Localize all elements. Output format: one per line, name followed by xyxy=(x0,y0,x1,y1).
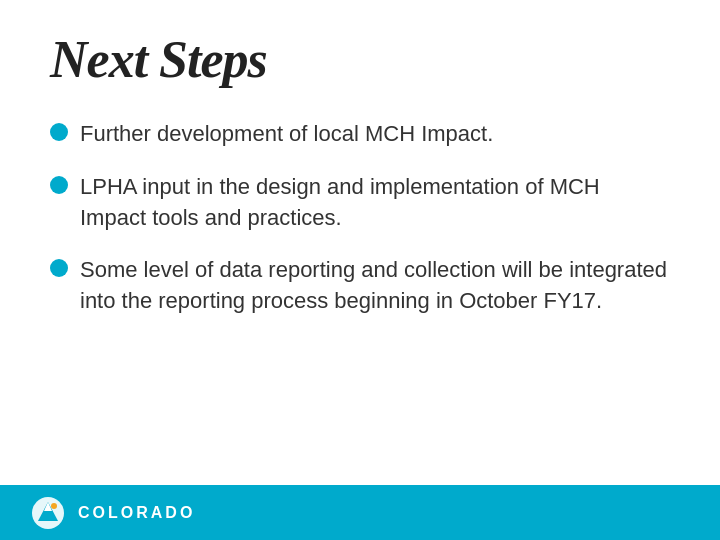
colorado-logo-icon xyxy=(30,495,66,531)
bullet-item-3: Some level of data reporting and collect… xyxy=(50,255,670,317)
main-content: Next Steps Further development of local … xyxy=(0,0,720,485)
bullet-item-1: Further development of local MCH Impact. xyxy=(50,119,670,150)
bullet-list: Further development of local MCH Impact.… xyxy=(50,119,670,317)
footer-bar: COLORADO xyxy=(0,485,720,540)
bullet-text-2: LPHA input in the design and implementat… xyxy=(80,172,670,234)
bullet-dot-2 xyxy=(50,176,68,194)
bullet-text-3: Some level of data reporting and collect… xyxy=(80,255,670,317)
slide-title: Next Steps xyxy=(50,30,670,89)
bullet-dot-3 xyxy=(50,259,68,277)
svg-point-3 xyxy=(51,503,57,509)
footer-state-name: COLORADO xyxy=(78,504,195,522)
bullet-text-1: Further development of local MCH Impact. xyxy=(80,119,670,150)
bullet-dot-1 xyxy=(50,123,68,141)
slide-container: Next Steps Further development of local … xyxy=(0,0,720,540)
bullet-item-2: LPHA input in the design and implementat… xyxy=(50,172,670,234)
